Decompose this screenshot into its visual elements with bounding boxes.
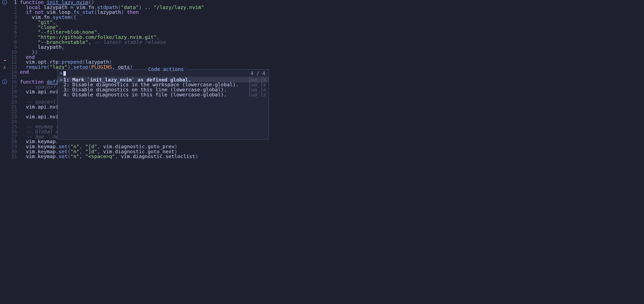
action-list: >1: Mark `init_lazy_nvim` as defined glo… xyxy=(58,77,269,98)
code-action-item[interactable]: 3: Disable diagnostics on this line (low… xyxy=(58,87,269,92)
line-number: 31 xyxy=(9,154,20,159)
code-content[interactable]: vim.api.nvi xyxy=(20,104,58,110)
warning-sign-icon: ⚠ xyxy=(0,65,9,70)
line-number: 7 xyxy=(9,35,20,40)
info-sign-icon: ⓘ xyxy=(0,80,9,84)
line-number: 13 xyxy=(9,65,20,70)
code-action-item[interactable]: 4: Disable diagnostics in this file (low… xyxy=(58,92,269,98)
code-line[interactable]: 9 lazypath, xyxy=(0,45,644,50)
action-text: 3: Disable diagnostics on this line (low… xyxy=(64,87,227,92)
code-content[interactable]: end xyxy=(20,70,29,75)
info-sign-icon: ⓘ xyxy=(0,0,9,5)
code-actions-popup: Code actions > 4 / 4 >1: Mark `init_lazy… xyxy=(57,69,269,140)
code-line[interactable]: 10 }) xyxy=(0,50,644,55)
popup-title: Code actions xyxy=(146,67,186,72)
code-content[interactable]: vim.api.nvi xyxy=(20,90,58,94)
selection-caret-icon: > xyxy=(60,78,64,82)
code-line[interactable]: 8 "--branch=stable", -- latest stable re… xyxy=(0,40,644,45)
popup-title-bar: Code actions xyxy=(58,67,269,72)
line-number: 20 xyxy=(9,100,20,104)
code-line[interactable]: 31 vim.keymap.set("n", "<space>q", vim.d… xyxy=(0,154,644,159)
action-source: lua_ls xyxy=(248,92,266,98)
code-content[interactable]: vim.api.nvi xyxy=(20,114,58,120)
line-number: 29 xyxy=(9,144,20,149)
error-mark-icon xyxy=(4,60,6,61)
action-source: lua_ls xyxy=(248,87,266,92)
line-number: 10 xyxy=(9,50,20,55)
code-content[interactable]: vim.keymap.set("n", "<space>q", vim.diag… xyxy=(20,154,198,159)
code-line[interactable]: 2 if not vim.loop.fs_stat(lazypath) then xyxy=(0,10,644,15)
line-number: 23 xyxy=(9,114,20,120)
line-number: 26 xyxy=(9,129,20,134)
code-line[interactable]: 3 vim.fn.system({ xyxy=(0,15,644,20)
code-line[interactable]: 4 "git", xyxy=(0,20,644,25)
action-text: 4: Disable diagnostics in this file (low… xyxy=(64,92,227,98)
line-number: 4 xyxy=(9,20,20,25)
